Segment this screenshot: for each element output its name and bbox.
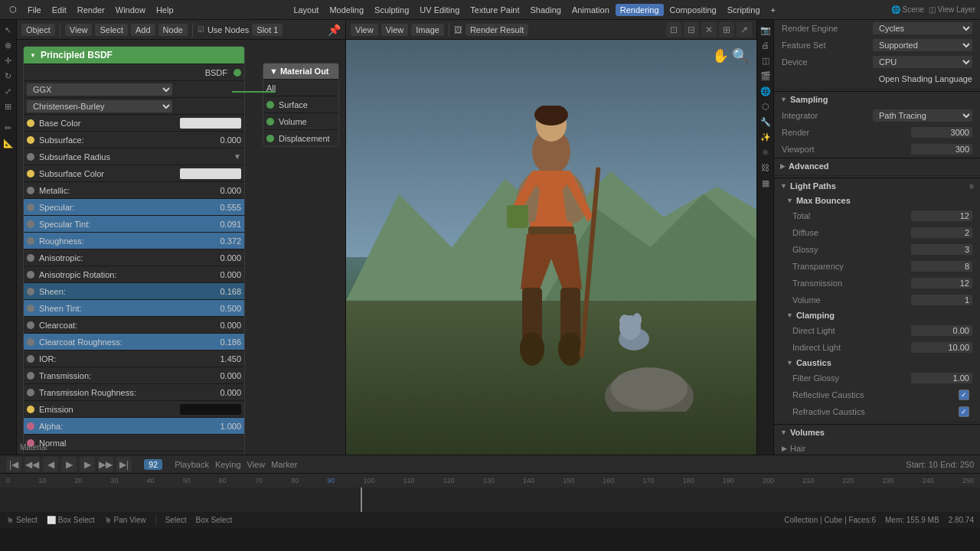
physics-icon[interactable]: ⚛ (759, 145, 773, 159)
viewport-btn2[interactable]: ⊟ (684, 22, 699, 37)
light-paths-extra-icon[interactable]: ≡ (969, 182, 974, 191)
tab-add[interactable]: + (766, 4, 780, 16)
indirect-light-input[interactable] (911, 342, 972, 353)
view-btn[interactable]: View (65, 24, 93, 36)
transmission-value[interactable]: 0.000 (203, 371, 241, 380)
pin-icon[interactable]: 📌 (328, 24, 341, 36)
hand-icon[interactable]: ✋ (712, 47, 729, 64)
tab-layout[interactable]: Layout (289, 4, 323, 16)
tab-texture[interactable]: Texture Paint (466, 4, 524, 16)
viewport-btn4[interactable]: ⊞ (719, 22, 734, 37)
alpha-value[interactable]: 1.000 (203, 422, 241, 431)
checkbox-use-nodes[interactable]: ☑ (198, 25, 204, 34)
reflective-caustics-checkbox[interactable]: ✓ (959, 390, 969, 400)
tab-compositing[interactable]: Compositing (665, 4, 721, 16)
tab-scripting[interactable]: Scripting (723, 4, 765, 16)
viewport-btn5[interactable]: ↗ (737, 22, 752, 37)
viewport-3d[interactable]: View View Image 🖼 Render Result ⊡ ⊟ ✕ ⊞ … (346, 20, 756, 455)
frame-end[interactable]: 250 (960, 460, 974, 469)
tool-annotate[interactable]: ✏ (2, 121, 15, 135)
menu-render[interactable]: Render (73, 4, 109, 16)
render-icon[interactable]: 📷 (759, 23, 773, 37)
menu-help[interactable]: Help (152, 4, 178, 16)
device-dropdown[interactable]: CPU (873, 56, 972, 68)
clearcoat-roughness-value[interactable]: 0.186 (203, 337, 241, 347)
world-icon[interactable]: 🌐 (759, 84, 773, 98)
total-input[interactable] (911, 210, 972, 221)
diffuse-input[interactable] (911, 227, 972, 238)
node-collapse-arrow[interactable]: ▼ (30, 52, 36, 59)
playback-label[interactable]: Playback (175, 460, 209, 469)
render-engine-dropdown[interactable]: Cycles (873, 22, 972, 34)
menu-file[interactable]: File (23, 4, 46, 16)
tab-modeling[interactable]: Modeling (325, 4, 368, 16)
viewport-view[interactable]: View (351, 24, 378, 36)
select-btn[interactable]: Select (95, 24, 128, 36)
timeline-prev-frame[interactable]: ◀ (43, 457, 58, 472)
render-samples-input[interactable]: 3000 (911, 127, 972, 138)
node-btn[interactable]: Node (158, 24, 188, 36)
anisotropic-rotation-value[interactable]: 0.000 (203, 270, 241, 279)
base-color-swatch[interactable] (180, 118, 241, 129)
distribution-dropdown[interactable]: GGX (27, 83, 172, 96)
tab-shading[interactable]: Shading (526, 4, 566, 16)
marker-label[interactable]: Marker (271, 460, 297, 469)
object-icon[interactable]: ⬡ (759, 99, 773, 113)
clamping-header[interactable]: ▼ Clamping (774, 308, 980, 322)
render-result-btn[interactable]: Render Result (466, 24, 528, 36)
viewport-btn3[interactable]: ✕ (701, 22, 717, 37)
material-output-node[interactable]: ▼ Material Out All Surface Volume Displa… (263, 63, 339, 147)
timeline-next-key[interactable]: ▶▶ (98, 457, 113, 472)
transmission-roughness-value[interactable]: 0.000 (203, 388, 241, 397)
timeline-next-frame[interactable]: ▶ (80, 457, 95, 472)
tool-measure[interactable]: 📐 (2, 136, 15, 150)
modifier-icon[interactable]: 🔧 (759, 115, 773, 129)
timeline-track-area[interactable]: 0 10 20 30 40 50 60 70 80 90 100 110 120… (0, 473, 980, 511)
slot-btn[interactable]: Slot 1 (252, 24, 283, 36)
keying-label[interactable]: Keying (215, 460, 241, 469)
direct-light-input[interactable] (911, 325, 972, 336)
tool-move[interactable]: ✛ (2, 54, 15, 67)
tool-cursor[interactable]: ⊕ (2, 38, 15, 52)
tool-rotate[interactable]: ↻ (2, 69, 15, 83)
transparency-input[interactable] (911, 261, 972, 272)
ior-value[interactable]: 1.450 (203, 354, 241, 364)
current-frame[interactable]: 92 (144, 459, 162, 470)
menu-edit[interactable]: Edit (47, 4, 71, 16)
constraints-icon[interactable]: ⛓ (759, 161, 773, 174)
viewport-view2[interactable]: View (381, 24, 409, 36)
menu-window[interactable]: Window (111, 4, 150, 16)
glossy-input[interactable] (911, 244, 972, 255)
view-label[interactable]: View (247, 460, 266, 469)
integrator-dropdown[interactable]: Path Tracing (873, 109, 972, 122)
frame-start[interactable]: 10 (929, 460, 938, 469)
advanced-header[interactable]: ▶ Advanced (774, 158, 980, 174)
refractive-caustics-checkbox[interactable]: ✓ (959, 406, 969, 417)
blender-icon[interactable]: ⬡ (5, 3, 21, 16)
timeline-play[interactable]: ▶ (61, 457, 77, 472)
transmission-input[interactable] (911, 278, 972, 289)
metallic-value[interactable]: 0.000 (203, 186, 241, 195)
tool-transform[interactable]: ⊞ (2, 99, 15, 113)
subsurface-method-dropdown[interactable]: Christensen-Burley (27, 100, 172, 112)
clearcoat-value[interactable]: 0.000 (203, 321, 241, 330)
light-paths-header[interactable]: ▼ Light Paths ≡ (774, 178, 980, 194)
tab-uv[interactable]: UV Editing (415, 4, 464, 16)
specular-tint-value[interactable]: 0.091 (203, 220, 241, 229)
sheen-value[interactable]: 0.168 (203, 287, 241, 296)
sheen-tint-value[interactable]: 0.500 (203, 304, 241, 313)
sampling-header[interactable]: ▼ Sampling (774, 91, 980, 107)
view-layer-icon[interactable]: ◫ (759, 54, 773, 67)
max-bounces-header[interactable]: ▼ Max Bounces (774, 194, 980, 207)
tool-scale[interactable]: ⤢ (2, 84, 15, 98)
anisotropic-value[interactable]: 0.000 (203, 253, 241, 262)
output-icon[interactable]: 🖨 (759, 38, 773, 52)
viewport-btn1[interactable]: ⊡ (666, 22, 681, 37)
subsurface-value[interactable]: 0.000 (203, 135, 241, 145)
specular-value[interactable]: 0.555 (203, 203, 241, 212)
volume-input[interactable] (911, 295, 972, 305)
data-icon[interactable]: ▦ (759, 176, 773, 190)
filter-glossy-input[interactable] (911, 373, 972, 383)
scene-icon[interactable]: 🎬 (759, 69, 773, 83)
roughness-value[interactable]: 0.372 (203, 236, 241, 246)
